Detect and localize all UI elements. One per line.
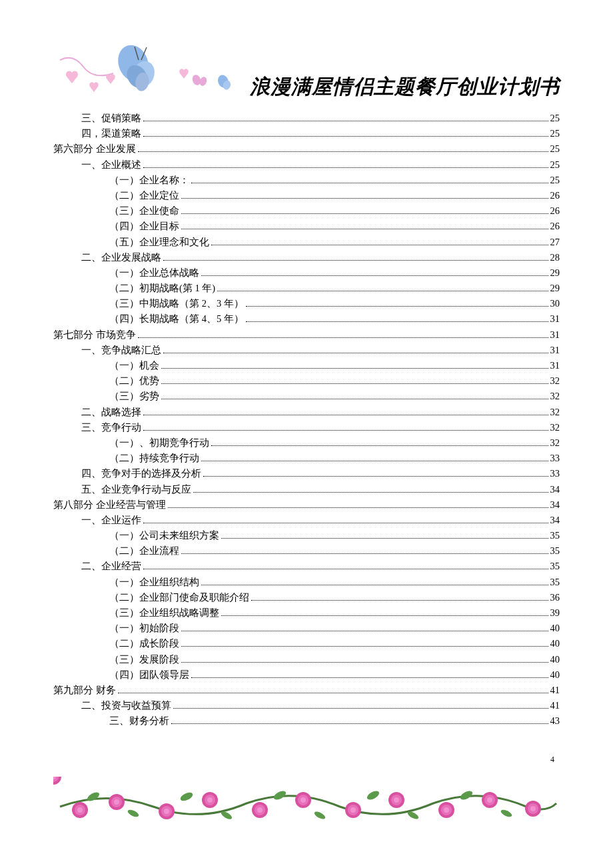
toc-entry-page: 30 <box>550 299 560 309</box>
toc-leader-dots <box>143 136 548 137</box>
toc-leader-dots <box>138 151 548 152</box>
toc-leader-dots <box>181 553 548 554</box>
toc-entry-page: 41 <box>550 685 560 695</box>
toc-row: （三）中期战略（第 2、3 年）30 <box>53 299 560 309</box>
toc-entry-page: 29 <box>550 268 560 278</box>
toc-entry-page: 40 <box>550 670 560 680</box>
toc-entry-label: （一）企业名称： <box>109 175 189 185</box>
toc-row: （三）发展阶段40 <box>53 655 560 665</box>
toc-entry-label: （二）初期战略(第 1 年) <box>109 283 215 293</box>
toc-row: 五、企业竞争行动与反应34 <box>53 485 560 495</box>
toc-leader-dots <box>246 321 548 322</box>
toc-entry-label: （一）企业总体战略 <box>109 268 199 278</box>
toc-row: 二、战略选择32 <box>53 407 560 417</box>
toc-entry-label: 四，渠道策略 <box>81 129 141 139</box>
toc-entry-label: （二）企业定位 <box>109 191 179 201</box>
toc-entry-page: 31 <box>550 361 560 371</box>
toc-leader-dots <box>211 245 548 245</box>
toc-entry-label: （二）优势 <box>109 376 159 386</box>
toc-leader-dots <box>203 476 548 477</box>
toc-entry-page: 25 <box>550 175 560 185</box>
toc-entry-label: （二）成长阶段 <box>109 639 179 649</box>
toc-entry-page: 40 <box>550 623 560 633</box>
toc-entry-page: 26 <box>550 221 560 231</box>
toc-row: （二）初期战略(第 1 年)29 <box>53 283 560 293</box>
toc-entry-label: 二、企业经营 <box>81 561 141 571</box>
toc-leader-dots <box>143 569 548 569</box>
toc-entry-page: 28 <box>550 253 560 263</box>
toc-leader-dots <box>168 507 548 508</box>
toc-leader-dots <box>221 538 548 539</box>
toc-entry-page: 35 <box>550 546 560 556</box>
toc-entry-label: （四）团队领导层 <box>109 670 189 680</box>
toc-entry-page: 33 <box>550 469 560 479</box>
toc-leader-dots <box>191 183 548 183</box>
toc-entry-page: 34 <box>550 500 560 510</box>
toc-entry-label: 五、企业竞争行动与反应 <box>81 485 191 495</box>
toc-row: 一、企业概述25 <box>53 160 560 170</box>
toc-leader-dots <box>143 167 548 168</box>
svg-point-7 <box>199 76 208 87</box>
toc-leader-dots <box>161 399 548 399</box>
toc-row: 三、财务分析43 <box>53 716 560 726</box>
toc-entry-label: （一）、初期竞争行动 <box>109 438 209 448</box>
toc-row: （四）长期战略（第 4、5 年）31 <box>53 314 560 324</box>
toc-leader-dots <box>181 213 548 214</box>
toc-entry-label: 第九部分 财务 <box>53 685 116 695</box>
table-of-contents: 三、促销策略25四，渠道策略25第六部分 企业发展25一、企业概述25（一）企业… <box>53 113 560 726</box>
toc-entry-label: 二、企业发展战略 <box>81 253 161 263</box>
toc-entry-page: 26 <box>550 191 560 201</box>
toc-leader-dots <box>201 461 548 461</box>
toc-entry-label: （四）长期战略（第 4、5 年） <box>109 314 244 324</box>
toc-row: （三）劣势32 <box>53 391 560 401</box>
toc-leader-dots <box>143 121 548 121</box>
toc-row: （二）企业流程35 <box>53 546 560 556</box>
toc-row: 二、企业经营35 <box>53 561 560 571</box>
toc-row: （二）持续竞争行动33 <box>53 453 560 463</box>
toc-leader-dots <box>118 693 548 693</box>
toc-leader-dots <box>181 198 548 199</box>
toc-row: （四）团队领导层40 <box>53 670 560 680</box>
toc-row: 一、企业运作34 <box>53 515 560 525</box>
toc-entry-page: 35 <box>550 531 560 541</box>
toc-entry-page: 32 <box>550 438 560 448</box>
toc-leader-dots <box>138 337 548 338</box>
toc-leader-dots <box>143 523 548 523</box>
toc-entry-label: （二）企业部门使命及职能介绍 <box>109 593 249 603</box>
toc-row: （二）优势32 <box>53 376 560 386</box>
toc-entry-label: （一）企业组织结构 <box>109 577 199 587</box>
toc-entry-label: （三）发展阶段 <box>109 655 179 665</box>
toc-leader-dots <box>161 368 548 369</box>
toc-row: 三、竞争行动32 <box>53 423 560 433</box>
toc-entry-label: 一、企业运作 <box>81 515 141 525</box>
svg-point-11 <box>127 809 140 819</box>
toc-entry-label: 三、促销策略 <box>81 113 141 123</box>
document-title: 浪漫满屋情侣主题餐厅创业计划书 <box>250 73 560 101</box>
toc-row: 二、投资与收益预算41 <box>53 701 560 711</box>
toc-entry-label: （一）机会 <box>109 361 159 371</box>
toc-entry-page: 43 <box>550 716 560 726</box>
toc-row: 二、企业发展战略28 <box>53 253 560 263</box>
toc-entry-page: 41 <box>550 701 560 711</box>
toc-entry-label: 第八部分 企业经营与管理 <box>53 500 166 510</box>
toc-entry-label: 四、竞争对手的选择及分析 <box>81 469 201 479</box>
document-page: 浪漫满屋情侣主题餐厅创业计划书 三、促销策略25四，渠道策略25第六部分 企业发… <box>0 0 613 852</box>
toc-row: （一）企业总体战略29 <box>53 268 560 278</box>
toc-entry-page: 32 <box>550 407 560 417</box>
toc-entry-page: 26 <box>550 206 560 216</box>
toc-entry-page: 35 <box>550 577 560 587</box>
toc-row: 第七部分 市场竞争31 <box>53 330 560 340</box>
toc-row: （三）企业使命26 <box>53 206 560 216</box>
toc-entry-label: （一）公司未来组织方案 <box>109 531 219 541</box>
toc-leader-dots <box>193 492 548 493</box>
toc-entry-label: （三）企业使命 <box>109 206 179 216</box>
page-number: 4 <box>550 755 554 765</box>
toc-entry-label: （三）劣势 <box>109 391 159 401</box>
toc-entry-label: 第六部分 企业发展 <box>53 144 136 154</box>
toc-entry-label: （二）企业流程 <box>109 546 179 556</box>
toc-row: 第六部分 企业发展25 <box>53 144 560 154</box>
toc-entry-page: 40 <box>550 655 560 665</box>
toc-leader-dots <box>181 662 548 663</box>
toc-row: （四）企业目标26 <box>53 221 560 231</box>
toc-row: 第九部分 财务41 <box>53 685 560 695</box>
